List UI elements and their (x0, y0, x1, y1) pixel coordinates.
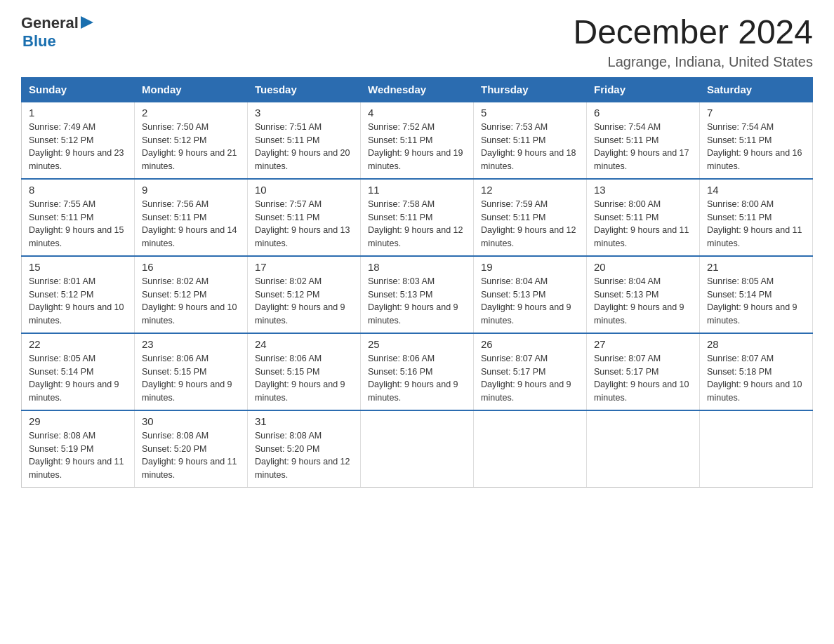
day-info: Sunrise: 8:08 AMSunset: 5:19 PMDaylight:… (29, 429, 127, 482)
col-header-sunday: Sunday (22, 77, 135, 102)
logo-blue: Blue (22, 32, 56, 50)
day-number: 18 (368, 261, 466, 273)
calendar-cell: 14 Sunrise: 8:00 AMSunset: 5:11 PMDaylig… (700, 179, 813, 256)
day-number: 5 (481, 107, 579, 119)
calendar-cell: 21 Sunrise: 8:05 AMSunset: 5:14 PMDaylig… (700, 256, 813, 333)
calendar-cell: 25 Sunrise: 8:06 AMSunset: 5:16 PMDaylig… (361, 333, 474, 410)
day-number: 21 (707, 261, 805, 273)
day-number: 28 (707, 338, 805, 350)
day-number: 3 (255, 107, 353, 119)
calendar-cell: 26 Sunrise: 8:07 AMSunset: 5:17 PMDaylig… (474, 333, 587, 410)
title-block: December 2024 Lagrange, Indiana, United … (573, 14, 813, 70)
calendar-cell: 6 Sunrise: 7:54 AMSunset: 5:11 PMDayligh… (587, 102, 700, 179)
calendar-cell: 5 Sunrise: 7:53 AMSunset: 5:11 PMDayligh… (474, 102, 587, 179)
day-number: 13 (594, 184, 692, 196)
col-header-thursday: Thursday (474, 77, 587, 102)
day-number: 16 (142, 261, 240, 273)
month-title: December 2024 (573, 14, 813, 51)
day-info: Sunrise: 8:02 AMSunset: 5:12 PMDaylight:… (255, 275, 353, 328)
calendar-week-row: 29 Sunrise: 8:08 AMSunset: 5:19 PMDaylig… (22, 410, 813, 488)
day-number: 24 (255, 338, 353, 350)
day-number: 29 (29, 415, 127, 427)
day-info: Sunrise: 7:56 AMSunset: 5:11 PMDaylight:… (142, 198, 240, 250)
day-info: Sunrise: 8:00 AMSunset: 5:11 PMDaylight:… (594, 198, 692, 250)
calendar-cell: 11 Sunrise: 7:58 AMSunset: 5:11 PMDaylig… (361, 179, 474, 256)
day-number: 6 (594, 107, 692, 119)
col-header-friday: Friday (587, 77, 700, 102)
calendar-cell: 8 Sunrise: 7:55 AMSunset: 5:11 PMDayligh… (22, 179, 135, 256)
day-info: Sunrise: 8:07 AMSunset: 5:17 PMDaylight:… (594, 352, 692, 405)
calendar-cell (361, 410, 474, 488)
day-info: Sunrise: 8:06 AMSunset: 5:16 PMDaylight:… (368, 352, 466, 405)
calendar-cell: 7 Sunrise: 7:54 AMSunset: 5:11 PMDayligh… (700, 102, 813, 179)
day-info: Sunrise: 7:52 AMSunset: 5:11 PMDaylight:… (368, 121, 466, 173)
day-number: 23 (142, 338, 240, 350)
calendar-cell (587, 410, 700, 488)
day-info: Sunrise: 8:07 AMSunset: 5:17 PMDaylight:… (481, 352, 579, 405)
col-header-monday: Monday (135, 77, 248, 102)
day-info: Sunrise: 8:01 AMSunset: 5:12 PMDaylight:… (29, 275, 127, 328)
calendar-cell: 22 Sunrise: 8:05 AMSunset: 5:14 PMDaylig… (22, 333, 135, 410)
day-info: Sunrise: 8:05 AMSunset: 5:14 PMDaylight:… (707, 275, 805, 328)
calendar-cell (474, 410, 587, 488)
calendar-table: SundayMondayTuesdayWednesdayThursdayFrid… (21, 77, 813, 488)
logo-general: General (21, 14, 79, 32)
day-number: 19 (481, 261, 579, 273)
day-number: 8 (29, 184, 127, 196)
day-info: Sunrise: 8:06 AMSunset: 5:15 PMDaylight:… (142, 352, 240, 405)
svg-marker-0 (81, 16, 93, 29)
day-info: Sunrise: 7:59 AMSunset: 5:11 PMDaylight:… (481, 198, 579, 250)
day-number: 14 (707, 184, 805, 196)
calendar-cell: 15 Sunrise: 8:01 AMSunset: 5:12 PMDaylig… (22, 256, 135, 333)
day-number: 4 (368, 107, 466, 119)
col-header-wednesday: Wednesday (361, 77, 474, 102)
day-info: Sunrise: 8:04 AMSunset: 5:13 PMDaylight:… (594, 275, 692, 328)
location: Lagrange, Indiana, United States (573, 54, 813, 70)
day-number: 12 (481, 184, 579, 196)
day-info: Sunrise: 8:06 AMSunset: 5:15 PMDaylight:… (255, 352, 353, 405)
calendar-cell: 17 Sunrise: 8:02 AMSunset: 5:12 PMDaylig… (248, 256, 361, 333)
col-header-saturday: Saturday (700, 77, 813, 102)
calendar-cell: 12 Sunrise: 7:59 AMSunset: 5:11 PMDaylig… (474, 179, 587, 256)
calendar-cell: 27 Sunrise: 8:07 AMSunset: 5:17 PMDaylig… (587, 333, 700, 410)
day-number: 2 (142, 107, 240, 119)
day-number: 25 (368, 338, 466, 350)
day-info: Sunrise: 8:05 AMSunset: 5:14 PMDaylight:… (29, 352, 127, 405)
day-info: Sunrise: 7:54 AMSunset: 5:11 PMDaylight:… (707, 121, 805, 173)
logo: General Blue (21, 14, 93, 51)
day-info: Sunrise: 7:49 AMSunset: 5:12 PMDaylight:… (29, 121, 127, 173)
day-info: Sunrise: 8:03 AMSunset: 5:13 PMDaylight:… (368, 275, 466, 328)
day-number: 31 (255, 415, 353, 427)
day-number: 10 (255, 184, 353, 196)
calendar-cell: 13 Sunrise: 8:00 AMSunset: 5:11 PMDaylig… (587, 179, 700, 256)
logo-triangle-icon (81, 16, 93, 32)
day-info: Sunrise: 8:04 AMSunset: 5:13 PMDaylight:… (481, 275, 579, 328)
day-number: 20 (594, 261, 692, 273)
calendar-cell: 30 Sunrise: 8:08 AMSunset: 5:20 PMDaylig… (135, 410, 248, 488)
calendar-cell: 3 Sunrise: 7:51 AMSunset: 5:11 PMDayligh… (248, 102, 361, 179)
calendar-week-row: 1 Sunrise: 7:49 AMSunset: 5:12 PMDayligh… (22, 102, 813, 179)
calendar-cell: 2 Sunrise: 7:50 AMSunset: 5:12 PMDayligh… (135, 102, 248, 179)
calendar-week-row: 8 Sunrise: 7:55 AMSunset: 5:11 PMDayligh… (22, 179, 813, 256)
day-info: Sunrise: 7:55 AMSunset: 5:11 PMDaylight:… (29, 198, 127, 250)
calendar-cell: 4 Sunrise: 7:52 AMSunset: 5:11 PMDayligh… (361, 102, 474, 179)
calendar-cell: 28 Sunrise: 8:07 AMSunset: 5:18 PMDaylig… (700, 333, 813, 410)
calendar-cell: 20 Sunrise: 8:04 AMSunset: 5:13 PMDaylig… (587, 256, 700, 333)
calendar-cell: 18 Sunrise: 8:03 AMSunset: 5:13 PMDaylig… (361, 256, 474, 333)
calendar-cell: 24 Sunrise: 8:06 AMSunset: 5:15 PMDaylig… (248, 333, 361, 410)
day-info: Sunrise: 7:57 AMSunset: 5:11 PMDaylight:… (255, 198, 353, 250)
calendar-week-row: 15 Sunrise: 8:01 AMSunset: 5:12 PMDaylig… (22, 256, 813, 333)
calendar-cell: 19 Sunrise: 8:04 AMSunset: 5:13 PMDaylig… (474, 256, 587, 333)
calendar-week-row: 22 Sunrise: 8:05 AMSunset: 5:14 PMDaylig… (22, 333, 813, 410)
calendar-cell: 31 Sunrise: 8:08 AMSunset: 5:20 PMDaylig… (248, 410, 361, 488)
day-info: Sunrise: 7:53 AMSunset: 5:11 PMDaylight:… (481, 121, 579, 173)
day-info: Sunrise: 8:08 AMSunset: 5:20 PMDaylight:… (142, 429, 240, 482)
day-number: 7 (707, 107, 805, 119)
day-number: 30 (142, 415, 240, 427)
day-number: 26 (481, 338, 579, 350)
day-number: 15 (29, 261, 127, 273)
day-info: Sunrise: 8:08 AMSunset: 5:20 PMDaylight:… (255, 429, 353, 482)
day-number: 27 (594, 338, 692, 350)
col-header-tuesday: Tuesday (248, 77, 361, 102)
day-info: Sunrise: 8:02 AMSunset: 5:12 PMDaylight:… (142, 275, 240, 328)
